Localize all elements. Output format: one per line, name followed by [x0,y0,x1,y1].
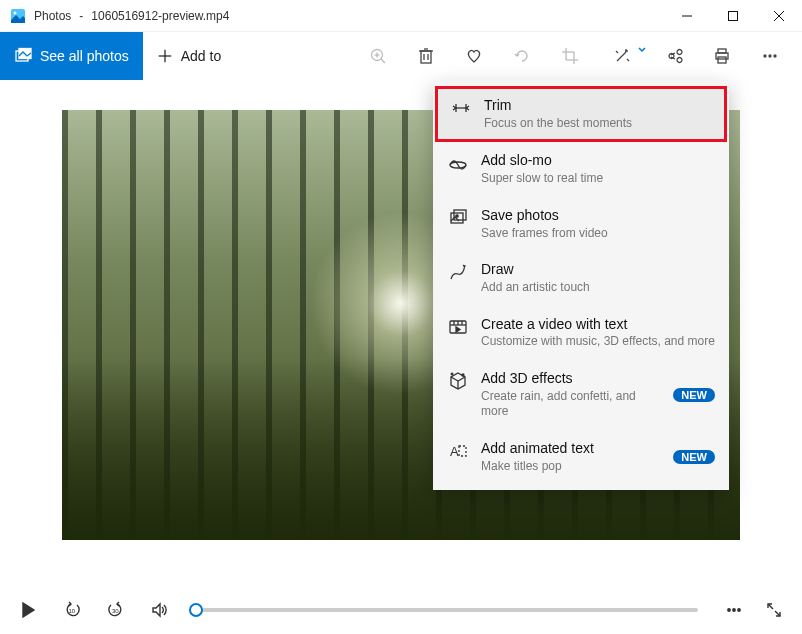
svg-rect-56 [459,446,466,456]
svg-point-53 [462,374,464,376]
close-button[interactable] [756,0,802,32]
svg-text:10: 10 [69,608,76,614]
skip-forward-icon: 30 [107,601,125,619]
svg-point-54 [451,373,453,375]
new-badge: NEW [673,450,715,464]
trash-icon [417,47,435,65]
menu-item-animated-text[interactable]: A Add animated text Make titles pop NEW [433,430,729,484]
share-icon [665,47,683,65]
delete-button[interactable] [402,32,450,80]
svg-line-26 [616,51,618,53]
menu-item-3d-effects[interactable]: Add 3D effects Create rain, add confetti… [433,360,729,430]
window-title-file: 1060516912-preview.mp4 [91,9,229,23]
save-photos-icon [447,207,469,229]
window-title-app: Photos [34,9,71,23]
skip-back-button[interactable]: 10 [52,586,92,634]
rotate-icon [513,47,531,65]
chevron-down-icon [638,46,646,54]
print-icon [713,47,731,65]
plus-icon [157,48,173,64]
skip-forward-button[interactable]: 30 [96,586,136,634]
menu-item-title: Create a video with text [481,316,715,333]
menu-item-title: Add animated text [481,440,661,457]
menu-item-subtitle: Focus on the best moments [484,116,712,132]
menu-item-draw[interactable]: Draw Add an artistic touch [433,251,729,305]
minimize-button[interactable] [664,0,710,32]
svg-point-35 [774,55,776,57]
add-to-button[interactable]: Add to [143,32,235,80]
heart-icon [465,47,483,65]
more-icon [761,47,779,65]
print-button[interactable] [698,32,746,80]
rotate-button[interactable] [498,32,546,80]
zoom-icon [369,47,387,65]
svg-point-42 [456,215,458,217]
menu-item-title: Add slo-mo [481,152,715,169]
draw-icon [447,261,469,283]
svg-point-1 [14,11,17,14]
menu-item-subtitle: Add an artistic touch [481,280,715,296]
seek-thumb[interactable] [189,603,203,617]
maximize-button[interactable] [710,0,756,32]
svg-marker-57 [23,603,34,617]
playback-more-button[interactable] [714,586,754,634]
window-controls [664,0,802,32]
slomo-icon [447,152,469,174]
window-title-sep: - [79,9,83,23]
share-button[interactable] [650,32,698,80]
crop-button[interactable] [546,32,594,80]
seek-slider[interactable] [196,608,698,612]
menu-item-title: Draw [481,261,715,278]
see-all-photos-button[interactable]: See all photos [0,32,143,80]
edit-create-button[interactable] [594,32,650,80]
play-button[interactable] [8,586,48,634]
see-all-photos-label: See all photos [40,48,129,64]
play-icon [19,601,37,619]
menu-item-subtitle: Customize with music, 3D effects, and mo… [481,334,715,350]
title-bar: Photos - 1060516912-preview.mp4 [0,0,802,32]
menu-item-slomo[interactable]: Add slo-mo Super slow to real time [433,142,729,196]
svg-line-65 [775,611,780,616]
svg-line-51 [458,377,465,381]
create-video-icon [447,316,469,338]
svg-point-62 [733,609,735,611]
menu-item-subtitle: Save frames from video [481,226,715,242]
menu-item-subtitle: Make titles pop [481,459,661,475]
svg-marker-48 [456,327,460,332]
content-area: Trim Focus on the best moments Add slo-m… [0,80,802,586]
menu-item-title: Save photos [481,207,715,224]
fullscreen-button[interactable] [754,586,794,634]
menu-item-title: Trim [484,97,712,114]
menu-item-title: Add 3D effects [481,370,661,387]
svg-rect-3 [729,11,738,20]
menu-item-subtitle: Create rain, add confetti, and more [481,389,661,420]
svg-line-50 [451,377,458,381]
command-bar: See all photos Add to [0,32,802,80]
photos-collection-icon [14,47,32,65]
menu-item-subtitle: Super slow to real time [481,171,715,187]
add-to-label: Add to [181,48,221,64]
svg-point-61 [728,609,730,611]
svg-text:A: A [450,444,459,459]
menu-item-create-video[interactable]: Create a video with text Customize with … [433,306,729,360]
volume-button[interactable] [140,586,180,634]
3d-effects-icon [447,370,469,392]
menu-item-trim[interactable]: Trim Focus on the best moments [435,86,727,142]
svg-line-27 [627,59,629,61]
svg-line-23 [617,52,626,61]
more-button[interactable] [746,32,794,80]
svg-marker-60 [153,604,160,616]
title-bar-left: Photos - 1060516912-preview.mp4 [0,8,229,24]
skip-back-icon: 10 [63,601,81,619]
svg-line-64 [768,604,773,609]
playback-bar: 10 30 [0,586,802,634]
menu-item-save-photos[interactable]: Save photos Save frames from video [433,197,729,251]
trim-icon [450,97,472,119]
zoom-button[interactable] [354,32,402,80]
photos-app-icon [10,8,26,24]
svg-text:30: 30 [112,608,119,614]
favorite-button[interactable] [450,32,498,80]
edit-create-menu: Trim Focus on the best moments Add slo-m… [433,80,729,490]
more-icon [725,601,743,619]
fullscreen-icon [765,601,783,619]
